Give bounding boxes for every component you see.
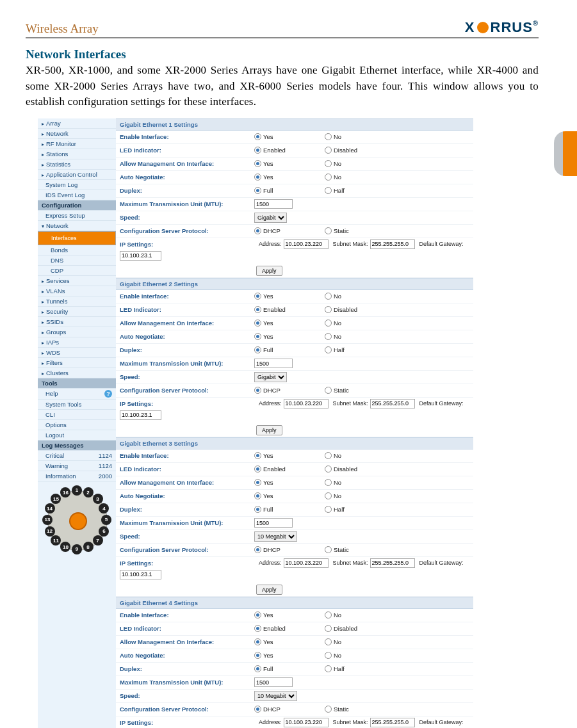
led-0-radio-1[interactable] — [254, 147, 261, 154]
proto-0-opt2[interactable]: Static — [325, 227, 349, 234]
proto-1-opt2[interactable]: Static — [325, 387, 349, 394]
proto-3-radio-1[interactable] — [254, 706, 261, 713]
proto-3-radio-2[interactable] — [325, 706, 332, 713]
proto-0-radio-1[interactable] — [254, 227, 261, 234]
mgmt-2-opt2[interactable]: No — [325, 479, 341, 486]
addr-input-2[interactable] — [284, 558, 329, 568]
led-1-radio-2[interactable] — [325, 306, 332, 313]
enable-0-radio-2[interactable] — [325, 133, 332, 140]
led-0-radio-2[interactable] — [325, 147, 332, 154]
sidebar-subitem-cdp[interactable]: CDP — [38, 266, 116, 276]
led-3-opt1[interactable]: Enabled — [254, 625, 312, 632]
enable-1-opt2[interactable]: No — [325, 293, 341, 300]
sidebar-item-tunnels[interactable]: ▸Tunnels — [38, 296, 116, 307]
auto-0-radio-1[interactable] — [254, 174, 261, 181]
gw-input-2[interactable] — [120, 570, 161, 579]
sidebar-item-statistics[interactable]: ▸Statistics — [38, 159, 116, 170]
sidebar-item-network[interactable]: ▸Network — [38, 129, 116, 139]
sidebar-item-vlans[interactable]: ▸VLANs — [38, 286, 116, 296]
duplex-0-radio-1[interactable] — [254, 187, 261, 194]
auto-0-radio-2[interactable] — [325, 174, 332, 181]
apply-button-1[interactable]: Apply — [256, 425, 282, 435]
led-1-opt2[interactable]: Disabled — [325, 306, 357, 313]
mtu-input-1[interactable] — [254, 359, 293, 368]
speed-select-3[interactable]: 10 Megabit — [254, 691, 297, 701]
duplex-0-radio-2[interactable] — [325, 187, 332, 194]
auto-2-radio-1[interactable] — [254, 492, 261, 499]
enable-2-opt1[interactable]: Yes — [254, 452, 312, 459]
mtu-input-3[interactable] — [254, 677, 293, 687]
proto-1-opt1[interactable]: DHCP — [254, 387, 312, 394]
mask-input-2[interactable] — [370, 558, 415, 568]
duplex-3-opt1[interactable]: Full — [254, 665, 312, 672]
gw-input-0[interactable] — [120, 251, 161, 261]
led-0-opt2[interactable]: Disabled — [325, 147, 357, 154]
enable-3-opt2[interactable]: No — [325, 611, 341, 619]
duplex-2-opt1[interactable]: Full — [254, 506, 312, 513]
sidebar-item-ssids[interactable]: ▸SSIDs — [38, 317, 116, 327]
proto-2-radio-1[interactable] — [254, 546, 261, 553]
sidebar-subitem-dns[interactable]: DNS — [38, 255, 116, 266]
duplex-3-radio-1[interactable] — [254, 665, 261, 672]
led-3-radio-1[interactable] — [254, 625, 261, 632]
enable-2-radio-1[interactable] — [254, 452, 261, 459]
mgmt-2-opt1[interactable]: Yes — [254, 479, 312, 486]
mgmt-0-opt2[interactable]: No — [325, 160, 341, 167]
sidebar-item-services[interactable]: ▸Services — [38, 276, 116, 286]
gw-input-1[interactable] — [120, 410, 161, 420]
sidebar-item-security[interactable]: ▸Security — [38, 307, 116, 317]
log-warning[interactable]: Warning1124 — [38, 461, 116, 471]
enable-1-radio-2[interactable] — [325, 293, 332, 300]
duplex-3-opt2[interactable]: Half — [325, 665, 345, 672]
sidebar-subitem-bonds[interactable]: Bonds — [38, 245, 116, 255]
duplex-1-radio-1[interactable] — [254, 346, 261, 353]
proto-2-opt2[interactable]: Static — [325, 546, 349, 553]
mgmt-1-opt2[interactable]: No — [325, 320, 341, 327]
sidebar-tool-help[interactable]: Help? — [38, 389, 116, 400]
sidebar-tool-cli[interactable]: CLI — [38, 410, 116, 420]
proto-0-opt1[interactable]: DHCP — [254, 227, 312, 234]
enable-0-opt1[interactable]: Yes — [254, 133, 312, 140]
proto-1-radio-2[interactable] — [325, 387, 332, 394]
speed-select-1[interactable]: Gigabit — [254, 372, 287, 382]
auto-1-opt1[interactable]: Yes — [254, 333, 312, 340]
mgmt-1-radio-1[interactable] — [254, 320, 261, 327]
addr-input-1[interactable] — [284, 399, 329, 408]
proto-0-radio-2[interactable] — [325, 227, 332, 234]
duplex-1-opt2[interactable]: Half — [325, 346, 345, 353]
sidebar-item-clusters[interactable]: ▸Clusters — [38, 368, 116, 378]
enable-2-opt2[interactable]: No — [325, 452, 341, 459]
led-2-opt2[interactable]: Disabled — [325, 465, 357, 473]
duplex-0-opt1[interactable]: Full — [254, 187, 312, 194]
sidebar-tool-system-tools[interactable]: System Tools — [38, 400, 116, 410]
mgmt-0-opt1[interactable]: Yes — [254, 160, 312, 167]
auto-3-radio-1[interactable] — [254, 652, 261, 659]
auto-3-opt2[interactable]: No — [325, 652, 341, 659]
sidebar-subitem-interfaces[interactable]: Interfaces — [38, 231, 116, 245]
sidebar-item-rf-monitor[interactable]: ▸RF Monitor — [38, 139, 116, 149]
apply-button-0[interactable]: Apply — [256, 266, 282, 276]
mgmt-3-radio-2[interactable] — [325, 638, 332, 645]
enable-3-radio-2[interactable] — [325, 611, 332, 619]
proto-2-radio-2[interactable] — [325, 546, 332, 553]
mgmt-3-opt1[interactable]: Yes — [254, 638, 312, 645]
auto-0-opt1[interactable]: Yes — [254, 174, 312, 181]
sidebar-item-stations[interactable]: ▸Stations — [38, 149, 116, 159]
auto-2-radio-2[interactable] — [325, 492, 332, 499]
sidebar-item-application-control[interactable]: ▸Application Control — [38, 170, 116, 180]
proto-3-opt1[interactable]: DHCP — [254, 706, 312, 713]
led-0-opt1[interactable]: Enabled — [254, 147, 312, 154]
proto-1-radio-1[interactable] — [254, 387, 261, 394]
enable-1-radio-1[interactable] — [254, 293, 261, 300]
mgmt-0-radio-2[interactable] — [325, 160, 332, 167]
duplex-1-radio-2[interactable] — [325, 346, 332, 353]
auto-3-opt1[interactable]: Yes — [254, 652, 312, 659]
duplex-2-radio-1[interactable] — [254, 506, 261, 513]
enable-2-radio-2[interactable] — [325, 452, 332, 459]
mgmt-1-radio-2[interactable] — [325, 320, 332, 327]
enable-0-opt2[interactable]: No — [325, 133, 341, 140]
led-3-radio-2[interactable] — [325, 625, 332, 632]
duplex-3-radio-2[interactable] — [325, 665, 332, 672]
sidebar-tool-logout[interactable]: Logout — [38, 430, 116, 441]
sidebar-item-filters[interactable]: ▸Filters — [38, 358, 116, 368]
